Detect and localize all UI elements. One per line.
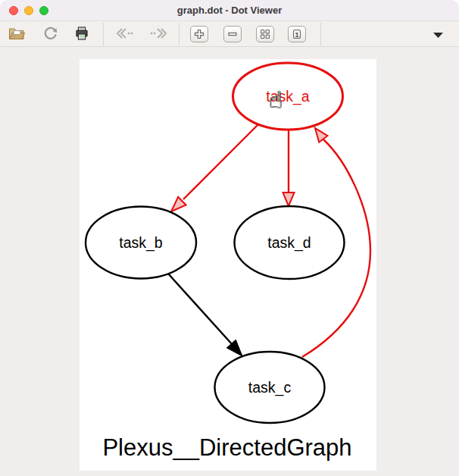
go-back-button[interactable] [114,24,134,44]
node-label-task_b: task_b [119,234,163,252]
zoom-in-icon [190,26,208,42]
zoom-actual-label: 1 [295,31,298,39]
window-title: graph.dot - Dot Viewer [0,0,459,21]
viewer-content: task_a task_b task_d task_c Plexus__Dire… [0,47,459,476]
toolbar-overflow-button[interactable] [428,24,448,44]
toolbar-separator [320,23,321,45]
graph-canvas: task_a task_b task_d task_c Plexus__Dire… [80,59,376,471]
edge-task_a-task_d [283,130,295,206]
zoom-actual-size-button[interactable]: 1 [287,24,307,44]
zoom-in-button[interactable] [189,24,209,44]
empty-arrowhead [283,193,295,206]
print-button[interactable] [72,24,92,44]
toolbar: 1 [0,21,459,47]
back-arrow-icon [114,26,134,43]
node-task_a[interactable]: task_a [233,63,343,130]
refresh-icon [43,26,58,43]
zoom-fit-button[interactable] [255,24,275,44]
edge-task_a-task_b [171,124,258,211]
folder-icon [8,26,25,43]
forward-arrow-icon [149,26,169,43]
chevron-down-icon [433,29,443,40]
pointing-hand-cursor: ☝ [269,86,283,113]
node-label-task_d: task_d [267,234,311,252]
zoom-out-icon [223,26,242,42]
titlebar: graph.dot - Dot Viewer [0,0,459,21]
graph-title: Plexus__DirectedGraph [102,434,351,461]
node-task_b[interactable]: task_b [86,207,196,279]
zoom-out-button[interactable] [223,24,242,44]
zoom-fit-icon [256,26,274,42]
node-task_c[interactable]: task_c [215,352,325,423]
toolbar-separator [103,23,104,45]
empty-arrowhead [315,128,327,142]
node-label-task_c: task_c [248,379,292,396]
node-task_d[interactable]: task_d [235,206,345,279]
open-file-button[interactable] [7,24,27,44]
zoom-actual-icon: 1 [288,26,306,42]
printer-icon [74,26,89,43]
dot-viewer-window: graph.dot - Dot Viewer [0,0,459,476]
toolbar-separator [179,23,180,45]
edge-task_b-task_c [168,274,242,356]
reload-button[interactable] [41,24,61,44]
go-forward-button[interactable] [149,24,169,44]
